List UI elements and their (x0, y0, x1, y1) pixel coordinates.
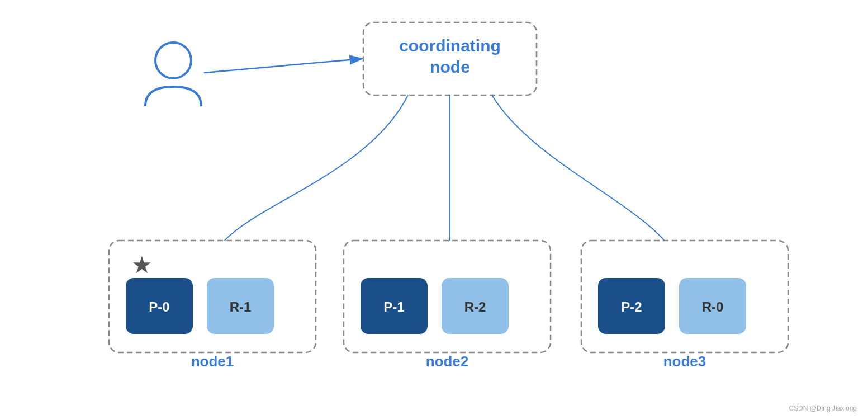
svg-point-0 (155, 43, 191, 78)
node1-replica-label: R-1 (230, 299, 252, 314)
diagram-svg: coordinating node ★ P-0 R-1 node1 P-1 R-… (0, 0, 868, 419)
coordinating-label-line2: node (430, 58, 470, 76)
node3-replica-label: R-0 (702, 299, 724, 314)
node1-label: node1 (191, 353, 234, 370)
node2-label: node2 (426, 353, 469, 370)
node3-label: node3 (663, 353, 706, 370)
star-icon: ★ (131, 252, 153, 278)
watermark: CSDN @Ding Jiaxiong (789, 404, 857, 412)
node3-primary-label: P-2 (621, 299, 642, 314)
svg-line-1 (204, 59, 362, 73)
node1-primary-label: P-0 (149, 299, 169, 314)
coordinating-label-line1: coordinating (399, 36, 501, 55)
diagram-container: coordinating node ★ P-0 R-1 node1 P-1 R-… (0, 0, 868, 419)
node2-replica-label: R-2 (464, 299, 486, 314)
node2-primary-label: P-1 (383, 299, 404, 314)
